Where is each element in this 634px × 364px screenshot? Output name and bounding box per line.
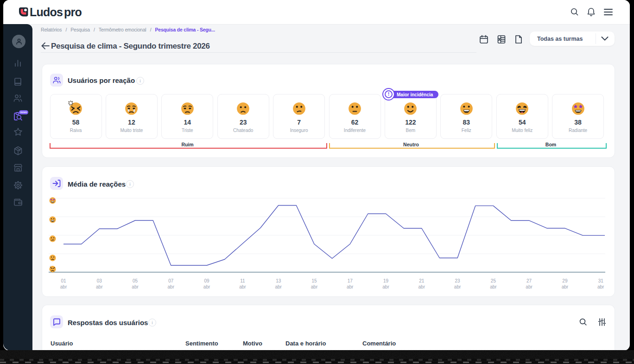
- svg-text:abr: abr: [275, 284, 282, 289]
- svg-text:15: 15: [311, 278, 317, 283]
- svg-text:abr: abr: [132, 284, 139, 289]
- svg-text:abr: abr: [60, 284, 67, 289]
- svg-text:Ludos: Ludos: [30, 6, 63, 19]
- svg-text:13: 13: [276, 278, 281, 283]
- svg-text:abr: abr: [490, 284, 497, 289]
- svg-text:09: 09: [204, 278, 210, 283]
- svg-text:31: 31: [598, 278, 604, 283]
- svg-text:abr: abr: [562, 284, 569, 289]
- svg-text:abr: abr: [347, 284, 354, 289]
- svg-text:19: 19: [383, 278, 389, 283]
- svg-text:03: 03: [97, 278, 102, 283]
- svg-text:11: 11: [240, 278, 245, 283]
- svg-text:abr: abr: [418, 284, 425, 289]
- svg-text:23: 23: [455, 278, 461, 283]
- svg-text:01: 01: [61, 278, 66, 283]
- svg-text:abr: abr: [454, 284, 461, 289]
- svg-text:17: 17: [348, 278, 353, 283]
- svg-text:pro: pro: [64, 6, 82, 19]
- svg-text:21: 21: [419, 278, 425, 283]
- svg-text:abr: abr: [382, 284, 389, 289]
- svg-text:abr: abr: [96, 284, 103, 289]
- svg-text:abr: abr: [239, 284, 246, 289]
- svg-text:29: 29: [562, 278, 568, 283]
- svg-text:abr: abr: [168, 284, 175, 289]
- svg-text:abr: abr: [311, 284, 318, 289]
- svg-text:07: 07: [168, 278, 174, 283]
- svg-text:27: 27: [526, 278, 532, 283]
- svg-text:05: 05: [133, 278, 138, 283]
- svg-text:abr: abr: [203, 284, 210, 289]
- svg-text:abr: abr: [597, 284, 604, 289]
- svg-text:25: 25: [491, 278, 496, 283]
- svg-text:abr: abr: [526, 284, 533, 289]
